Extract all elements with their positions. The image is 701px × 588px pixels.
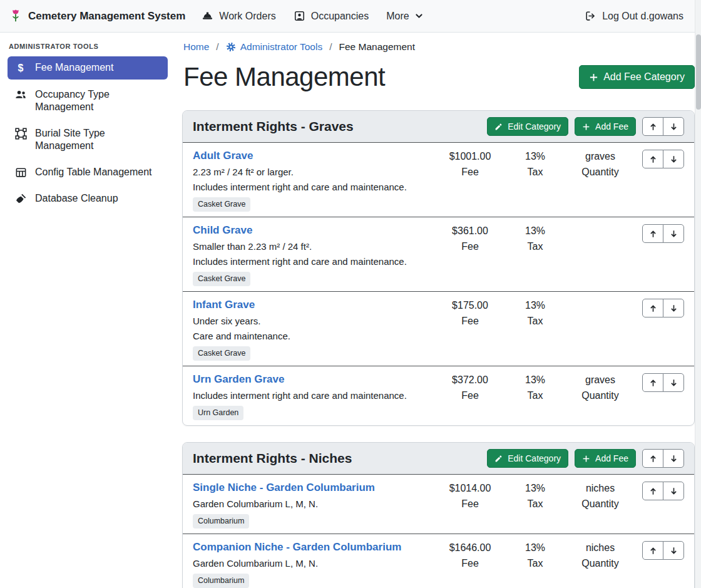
fee-move-up-button[interactable] (642, 373, 663, 392)
edit-category-label: Edit Category (508, 453, 561, 463)
edit-category-button[interactable]: Edit Category (487, 449, 568, 468)
chevron-down-icon (415, 12, 423, 20)
app-brand[interactable]: Cemetery Management System (9, 9, 185, 24)
fee-move-down-button[interactable] (663, 482, 684, 500)
fee-description: Includes interment right and care and ma… (193, 180, 432, 193)
add-fee-button[interactable]: Add Fee (575, 117, 636, 136)
fee-tax: 13% (503, 224, 568, 238)
fee-move-down-button[interactable] (663, 373, 684, 392)
category-move-up-button[interactable] (642, 117, 663, 136)
fee-name-link[interactable]: Urn Garden Grave (193, 373, 284, 386)
add-fee-button[interactable]: Add Fee (575, 449, 636, 468)
add-fee-category-button[interactable]: Add Fee Category (579, 65, 695, 89)
sidebar-item-fee-management[interactable]: $ Fee Management (8, 56, 168, 80)
category-title: Interment Rights - Graves (193, 117, 354, 136)
category-move-down-button[interactable] (663, 117, 684, 136)
fee-tax: 13% (503, 150, 568, 163)
category-actions: Edit Category Add Fee (487, 449, 684, 468)
sidebar-item-occupancy-type-management[interactable]: Occupancy Type Management (8, 83, 168, 118)
fee-tax-label: Tax (503, 165, 568, 179)
fee-move-down-button[interactable] (663, 224, 684, 243)
fee-description: Care and maintenance. (193, 329, 432, 343)
logout-button[interactable]: Log Out d.gowans (576, 5, 692, 27)
arrow-down-icon (670, 304, 678, 312)
fee-move-down-button[interactable] (663, 150, 684, 168)
add-fee-label: Add Fee (595, 453, 628, 463)
arrow-up-icon (649, 230, 657, 238)
arrow-down-icon (670, 155, 678, 163)
arrow-down-icon (670, 123, 678, 131)
fee-move-down-button[interactable] (663, 541, 684, 560)
fee-reorder-group (642, 299, 684, 317)
sidebar-item-database-cleanup[interactable]: Database Cleanup (8, 187, 168, 210)
fee-move-up-button[interactable] (642, 482, 663, 500)
scrollbar-thumb[interactable] (696, 34, 701, 110)
nav-more-label: More (386, 11, 409, 22)
fee-move-down-button[interactable] (663, 299, 684, 317)
breadcrumb-admin-tools-link[interactable]: Administrator Tools (226, 41, 323, 53)
arrow-up-icon (649, 547, 657, 555)
sidebar-item-config-table-management[interactable]: Config Table Management (8, 161, 168, 183)
fee-description: 2.23 m² / 24 ft² or larger. (193, 165, 432, 178)
fee-move-up-button[interactable] (642, 224, 663, 243)
breadcrumb-separator: / (216, 41, 218, 53)
title-row: Fee Management Add Fee Category (183, 61, 695, 93)
fee-tax-col: 13% Tax (503, 297, 568, 328)
breadcrumb-home-link[interactable]: Home (183, 41, 209, 53)
fee-quantity: graves (568, 150, 633, 163)
arrow-up-icon (649, 123, 657, 131)
sidebar-item-burial-site-type-management[interactable]: Burial Site Type Management (8, 122, 168, 157)
fee-name-link[interactable]: Single Niche - Garden Columbarium (193, 481, 375, 495)
scrollbar[interactable] (695, 0, 701, 588)
fee-tax: 13% (503, 299, 568, 312)
fee-reorder-group (642, 150, 684, 168)
fee-tax-label: Tax (503, 314, 568, 328)
fee-reorder-group (642, 373, 684, 392)
fee-tax-label: Tax (503, 557, 568, 570)
app-title: Cemetery Management System (28, 10, 185, 23)
fee-name-link[interactable]: Child Grave (193, 224, 252, 237)
fee-descriptions: Garden Columbarium L, M, N. (193, 557, 432, 570)
fee-tax-label: Tax (503, 389, 568, 403)
pencil-icon (494, 123, 503, 131)
fee-quantity-label: Quantity (568, 557, 633, 570)
fee-description: Smaller than 2.23 m² / 24 ft². (193, 240, 432, 253)
category-move-up-button[interactable] (642, 449, 663, 468)
nav-occupancies[interactable]: Occupancies (285, 5, 378, 27)
fee-name-link[interactable]: Adult Grave (193, 149, 253, 163)
fee-category-card: Interment Rights - Graves Edit Category (182, 110, 695, 426)
fee-move-up-button[interactable] (642, 299, 663, 317)
fee-descriptions: Under six years.Care and maintenance. (193, 314, 432, 343)
fee-tax-col: 13% Tax (503, 371, 568, 403)
page-layout: ADMINISTRATOR TOOLS $ Fee Management Occ… (0, 33, 701, 588)
fee-main: Urn Garden Grave Includes interment righ… (193, 371, 437, 420)
edit-category-button[interactable]: Edit Category (487, 117, 568, 136)
category-reorder-group (642, 449, 684, 468)
fee-main: Companion Niche - Garden Columbarium Gar… (193, 539, 437, 588)
fee-descriptions: Smaller than 2.23 m² / 24 ft².Includes i… (193, 240, 432, 268)
fee-amount: $175.00 (437, 299, 503, 312)
sidebar-item-label: Fee Management (35, 61, 113, 74)
broom-icon (14, 193, 28, 205)
nav-work-orders[interactable]: Work Orders (193, 5, 284, 27)
fee-amount-col: $1646.00 Fee (437, 539, 503, 570)
fee-name-link[interactable]: Infant Grave (193, 298, 255, 312)
nav-work-orders-label: Work Orders (219, 11, 275, 22)
category-move-down-button[interactable] (663, 449, 684, 468)
fee-reorder-col (633, 371, 684, 392)
fee-description: Includes interment right and care and ma… (193, 255, 432, 268)
fee-reorder-col (633, 297, 684, 317)
fee-move-up-button[interactable] (642, 150, 663, 168)
fee-quantity: niches (568, 482, 633, 495)
flower-logo-icon (9, 9, 23, 24)
fee-tax-col: 13% Tax (503, 222, 568, 254)
nav-more[interactable]: More (377, 6, 431, 27)
plus-icon (589, 73, 598, 82)
fee-name-link[interactable]: Companion Niche - Garden Columbarium (193, 540, 401, 554)
fee-move-up-button[interactable] (642, 541, 663, 560)
fee-reorder-col (633, 222, 684, 243)
fee-amount-col: $175.00 Fee (437, 297, 503, 328)
fee-reorder-group (642, 482, 684, 500)
category-reorder-group (642, 117, 684, 136)
arrow-up-icon (649, 455, 657, 463)
